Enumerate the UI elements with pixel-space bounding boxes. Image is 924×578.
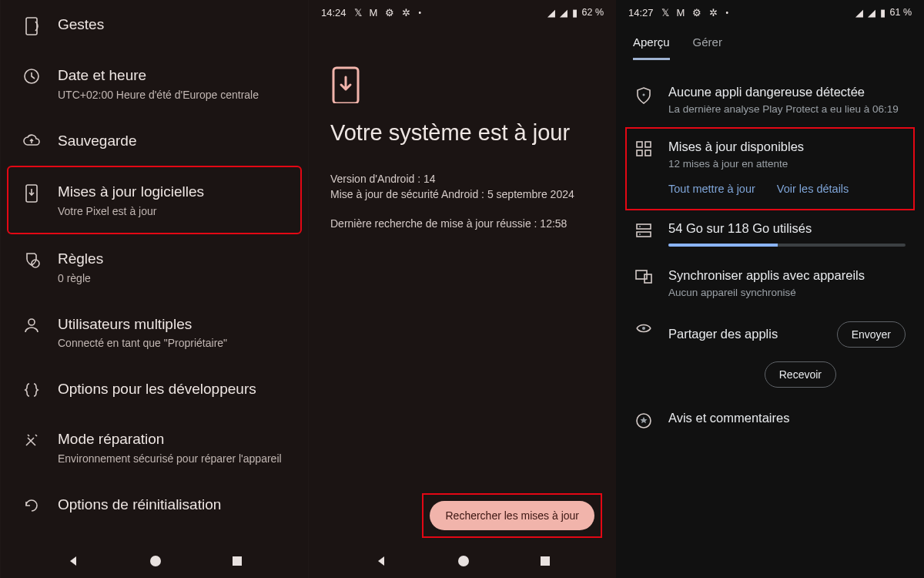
receive-button[interactable]: Recevoir — [765, 361, 836, 388]
row-title: Mode réparation — [58, 430, 282, 449]
play-row-share: Partager des applis Envoyer — [627, 311, 913, 358]
row-sub: Aucun appareil synchronisé — [668, 286, 906, 300]
svg-point-10 — [643, 94, 645, 96]
settings-row-rules[interactable]: Règles 0 règle — [8, 234, 300, 300]
battery-icon: ▮ — [572, 7, 578, 18]
row-sub: 12 mises à jour en attente — [668, 157, 906, 171]
row-sub: UTC+02:00 Heure d'été d'Europe centrale — [58, 89, 259, 101]
security-patch-line: Mise à jour de sécurité Android : 5 sept… — [330, 187, 594, 202]
settings-row-multiusers[interactable]: Utilisateurs multiples Connecté en tant … — [8, 300, 300, 365]
settings-row-developer[interactable]: Options pour les développeurs — [8, 365, 300, 415]
battery-icon: ▮ — [880, 7, 886, 18]
x-icon: 𝕏 — [661, 7, 669, 18]
storage-fill — [668, 244, 778, 247]
play-row-storage[interactable]: 54 Go sur 118 Go utilisés — [627, 210, 913, 257]
phone-gesture-icon — [24, 17, 39, 35]
fan-icon: ✲ — [709, 7, 718, 18]
send-button[interactable]: Envoyer — [837, 321, 906, 348]
row-title: Gestes — [58, 15, 104, 35]
battery-text: 62 % — [582, 7, 604, 18]
svg-rect-6 — [233, 556, 242, 566]
x-icon: 𝕏 — [354, 7, 362, 18]
share-icon — [635, 323, 652, 334]
update-title: Votre système est à jour — [330, 119, 594, 148]
nav-recents-icon[interactable] — [540, 556, 551, 566]
row-title: Partager des applis — [668, 327, 778, 341]
check-updates-button[interactable]: Rechercher les mises à jour — [430, 501, 594, 530]
phone-download-icon — [24, 184, 39, 203]
play-row-sync[interactable]: Synchroniser applis avec appareils Aucun… — [627, 257, 913, 311]
svg-rect-15 — [637, 224, 651, 229]
svg-rect-16 — [637, 232, 651, 237]
settings-row-gestures[interactable]: Gestes — [8, 0, 300, 51]
gmail-icon: M — [677, 7, 685, 18]
person-icon — [23, 317, 40, 334]
svg-point-18 — [639, 234, 641, 235]
update-all-link[interactable]: Tout mettre à jour — [668, 183, 755, 195]
play-row-protect[interactable]: Aucune appli dangereuse détectée La dern… — [627, 74, 913, 127]
phone-download-large-icon — [330, 66, 361, 103]
more-icon: • — [418, 8, 421, 17]
tools-icon — [23, 432, 40, 449]
cloud-upload-icon — [22, 133, 41, 147]
storage-bar — [668, 244, 906, 247]
settings-row-reset[interactable]: Options de réinitialisation — [8, 480, 300, 530]
devices-icon — [635, 270, 652, 284]
row-title: Aucune appli dangereuse détectée — [668, 85, 906, 99]
row-title: Date et heure — [58, 66, 259, 86]
play-row-reviews[interactable]: Avis et commentaires — [627, 400, 913, 440]
update-body: Votre système est à jour Version d'Andro… — [309, 25, 616, 544]
svg-rect-0 — [26, 18, 37, 35]
gmail-icon: M — [370, 7, 378, 18]
play-row-updates[interactable]: Mises à jour disponibles 12 mises à jour… — [625, 127, 915, 211]
svg-point-21 — [642, 327, 645, 330]
row-title: Synchroniser applis avec appareils — [668, 268, 906, 283]
svg-rect-9 — [541, 556, 550, 566]
apps-grid-icon — [636, 141, 651, 156]
row-title: Sauvegarde — [58, 132, 136, 151]
nav-recents-icon[interactable] — [232, 556, 243, 566]
shield-icon — [635, 86, 652, 105]
nav-back-icon[interactable] — [67, 555, 79, 567]
wifi-icon: ◢ — [855, 7, 863, 18]
settings-row-backup[interactable]: Sauvegarde — [8, 116, 300, 166]
row-sub: 0 règle — [58, 272, 103, 284]
signal-icon: ◢ — [868, 7, 875, 18]
row-sub: Connecté en tant que "Propriétaire" — [58, 337, 227, 349]
row-title: Options de réinitialisation — [58, 496, 221, 515]
settings-row-datetime[interactable]: Date et heure UTC+02:00 Heure d'été d'Eu… — [8, 51, 300, 116]
row-title: Avis et commentaires — [668, 411, 906, 425]
see-details-link[interactable]: Voir les détails — [777, 183, 849, 195]
play-list: Aucune appli dangereuse détectée La dern… — [616, 60, 924, 578]
play-row-share-receive: Recevoir — [627, 358, 913, 400]
row-title: Utilisateurs multiples — [58, 315, 227, 334]
settings-panel: Gestes Date et heure UTC+02:00 Heure d'é… — [0, 0, 308, 578]
last-check-line: Dernière recherche de mise à jour réussi… — [330, 216, 594, 231]
tab-overview[interactable]: Aperçu — [633, 35, 670, 60]
reset-icon — [23, 497, 40, 514]
nav-home-icon[interactable] — [149, 555, 162, 567]
svg-point-17 — [639, 226, 641, 227]
status-time: 14:24 — [321, 7, 346, 18]
play-manage-panel: 14:27 𝕏 M ⚙ ✲ • ◢ ◢ ▮ 61 % Aperçu Gérer … — [616, 0, 924, 578]
system-update-panel: 14:24 𝕏 M ⚙ ✲ • ◢ ◢ ▮ 62 % Votre système… — [308, 0, 616, 578]
row-title: Mises à jour disponibles — [668, 139, 906, 154]
settings-row-software-updates[interactable]: Mises à jour logicielles Votre Pixel est… — [7, 166, 302, 234]
fan-icon: ✲ — [402, 7, 410, 18]
tab-manage[interactable]: Gérer — [693, 35, 722, 60]
svg-point-8 — [458, 556, 469, 566]
storage-icon — [636, 223, 651, 238]
svg-rect-13 — [637, 150, 642, 156]
nav-back-icon[interactable] — [375, 555, 387, 567]
settings-row-repair[interactable]: Mode réparation Environnement sécurisé p… — [8, 415, 300, 480]
status-bar: 14:24 𝕏 M ⚙ ✲ • ◢ ◢ ▮ 62 % — [309, 0, 616, 25]
nav-home-icon[interactable] — [457, 555, 470, 567]
row-title: Règles — [58, 250, 103, 269]
svg-rect-14 — [645, 150, 651, 156]
star-circle-icon — [635, 412, 652, 429]
row-sub: Environnement sécurisé pour réparer l'ap… — [58, 452, 282, 465]
status-time: 14:27 — [628, 7, 654, 18]
rules-icon — [23, 251, 40, 268]
android-navbar — [1, 544, 308, 578]
more-icon: • — [725, 8, 728, 17]
